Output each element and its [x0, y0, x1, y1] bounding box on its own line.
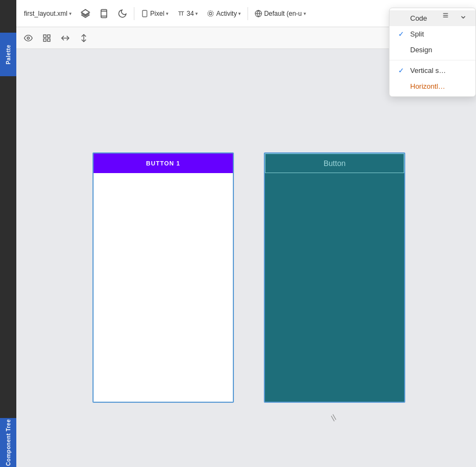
button-preview-2[interactable]: Button	[265, 153, 404, 173]
font-size-icon	[177, 10, 185, 17]
component-tree-tab[interactable]: Component Tree	[0, 418, 16, 467]
globe-icon	[255, 10, 262, 17]
filename-chevron: ▾	[69, 11, 72, 16]
dropdown-vertical-item[interactable]: ✓ Vertical s…	[390, 63, 475, 78]
svg-rect-13	[47, 39, 50, 41]
vertical-check: ✓	[398, 66, 406, 75]
svg-rect-10	[44, 35, 46, 38]
canvas-area: BUTTON 1 Button //	[16, 49, 476, 467]
horizontal-label: Horizontl…	[410, 82, 467, 90]
split-label: Split	[410, 30, 467, 38]
dropdown-horizontal-item[interactable]: Horizontl…	[390, 78, 475, 94]
divider-2	[248, 7, 248, 20]
grid-button[interactable]	[39, 30, 54, 46]
device-chevron: ▾	[166, 11, 169, 16]
layers-button[interactable]	[77, 7, 94, 21]
svg-point-5	[209, 12, 212, 15]
night-mode-button[interactable]	[114, 7, 131, 21]
activity-label: Activity	[216, 10, 237, 17]
device-selector[interactable]: Pixel ▾	[138, 8, 172, 20]
device-frame-button[interactable]	[96, 7, 112, 21]
vertical-arrows-icon	[79, 34, 88, 42]
palette-tab-label: Palette	[5, 45, 11, 64]
phone-icon	[141, 10, 149, 17]
size-label: 34	[187, 10, 194, 17]
activity-chevron: ▾	[238, 11, 241, 16]
resize-handle[interactable]: //	[329, 413, 338, 423]
svg-rect-12	[44, 39, 46, 41]
dropdown-design-item[interactable]: Design	[390, 42, 475, 58]
activity-icon	[207, 10, 214, 17]
horizontal-arrows-button[interactable]	[58, 30, 73, 46]
filename-text: first_layout.xml	[24, 10, 67, 17]
design-label: Design	[410, 46, 467, 54]
eye-button[interactable]	[21, 30, 36, 46]
font-size-selector[interactable]: 34 ▾	[174, 8, 201, 20]
phone-preview-2: Button	[264, 152, 405, 403]
locale-label: Default (en-u	[264, 10, 301, 17]
grid-icon	[42, 34, 51, 42]
horizontal-arrows-icon	[61, 34, 70, 42]
layers-icon	[81, 9, 90, 19]
locale-chevron: ▾	[304, 11, 306, 16]
svg-point-6	[208, 10, 214, 16]
size-chevron: ▾	[195, 11, 198, 16]
button-2-text: Button	[324, 159, 345, 168]
svg-point-9	[27, 37, 29, 39]
palette-tab[interactable]: Palette	[0, 33, 16, 76]
device-label: Pixel	[150, 10, 164, 17]
component-tree-label: Component Tree	[5, 419, 11, 466]
night-mode-icon	[118, 9, 127, 19]
menu-icons-area: ≡ ⌄	[432, 0, 476, 30]
svg-rect-4	[143, 10, 147, 17]
activity-selector[interactable]: Activity ▾	[203, 8, 244, 20]
filename-selector[interactable]: first_layout.xml ▾	[21, 8, 75, 20]
vertical-arrows-button[interactable]	[76, 30, 91, 46]
hamburger-icon: ≡	[443, 10, 449, 21]
locale-selector[interactable]: Default (en-u ▾	[251, 8, 309, 20]
dropdown-divider	[390, 60, 475, 60]
chevron-down-icon: ⌄	[459, 9, 467, 21]
phone-preview-1: BUTTON 1	[92, 152, 234, 403]
button-1-text: BUTTON 1	[146, 160, 181, 167]
device-frame-icon	[99, 9, 109, 19]
vertical-label: Vertical s…	[410, 66, 467, 75]
button-preview-1[interactable]: BUTTON 1	[94, 153, 233, 173]
divider-1	[134, 7, 134, 20]
chevron-down-button[interactable]: ⌄	[455, 8, 471, 23]
eye-icon	[24, 34, 33, 42]
svg-rect-11	[47, 35, 50, 38]
hamburger-menu-button[interactable]: ≡	[438, 8, 453, 23]
split-check: ✓	[398, 30, 406, 38]
